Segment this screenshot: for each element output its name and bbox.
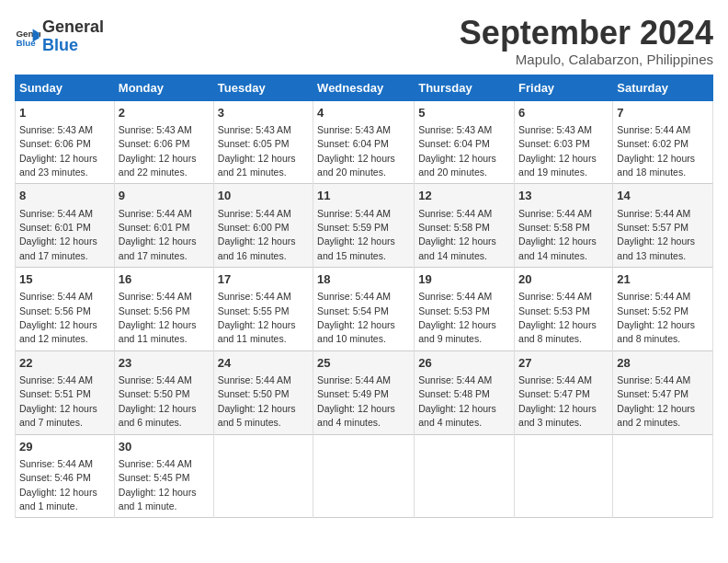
- sunrise-text: Sunrise: 5:44 AM: [418, 374, 492, 385]
- daylight-text: Daylight: 12 hours and 23 minutes.: [19, 153, 97, 178]
- daylight-text: Daylight: 12 hours and 10 minutes.: [317, 319, 395, 344]
- daylight-text: Daylight: 12 hours and 6 minutes.: [119, 403, 197, 428]
- sunrise-text: Sunrise: 5:44 AM: [617, 124, 690, 135]
- sunrise-text: Sunrise: 5:44 AM: [119, 208, 192, 219]
- day-number: 22: [19, 355, 110, 372]
- day-number: 17: [218, 271, 309, 288]
- day-number: 28: [617, 355, 709, 372]
- day-number: 2: [119, 105, 210, 121]
- calendar-table: Sunday Monday Tuesday Wednesday Thursday…: [15, 75, 713, 519]
- calendar-cell: 25 Sunrise: 5:44 AM Sunset: 5:49 PM Dayl…: [313, 350, 415, 434]
- sunrise-text: Sunrise: 5:44 AM: [317, 374, 391, 385]
- sunrise-text: Sunrise: 5:43 AM: [317, 124, 391, 135]
- daylight-text: Daylight: 12 hours and 11 minutes.: [218, 319, 296, 344]
- daylight-text: Daylight: 12 hours and 15 minutes.: [317, 236, 395, 260]
- sunrise-text: Sunrise: 5:44 AM: [518, 291, 592, 302]
- calendar-body: 1 Sunrise: 5:43 AM Sunset: 6:06 PM Dayli…: [16, 100, 713, 518]
- day-number: 30: [119, 439, 210, 455]
- daylight-text: Daylight: 12 hours and 11 minutes.: [119, 319, 197, 344]
- calendar-row: 1 Sunrise: 5:43 AM Sunset: 6:06 PM Dayli…: [16, 100, 713, 184]
- sunset-text: Sunset: 6:02 PM: [617, 138, 688, 149]
- sunrise-text: Sunrise: 5:44 AM: [119, 291, 192, 302]
- daylight-text: Daylight: 12 hours and 8 minutes.: [518, 319, 597, 344]
- calendar-cell: [313, 434, 415, 518]
- day-number: 18: [317, 271, 410, 288]
- sunset-text: Sunset: 6:05 PM: [218, 138, 290, 149]
- header-monday: Monday: [114, 75, 213, 100]
- calendar-cell: 24 Sunrise: 5:44 AM Sunset: 5:50 PM Dayl…: [213, 350, 313, 434]
- daylight-text: Daylight: 12 hours and 14 minutes.: [518, 236, 597, 260]
- sunrise-text: Sunrise: 5:44 AM: [617, 374, 690, 385]
- sunrise-text: Sunrise: 5:44 AM: [418, 291, 492, 302]
- calendar-cell: 28 Sunrise: 5:44 AM Sunset: 5:47 PM Dayl…: [613, 350, 713, 434]
- sunset-text: Sunset: 6:06 PM: [19, 138, 91, 149]
- day-number: 8: [19, 188, 110, 204]
- daylight-text: Daylight: 12 hours and 8 minutes.: [617, 319, 695, 344]
- calendar-cell: [515, 434, 613, 518]
- sunrise-text: Sunrise: 5:44 AM: [617, 291, 690, 302]
- sunrise-text: Sunrise: 5:44 AM: [19, 458, 93, 469]
- calendar-cell: 4 Sunrise: 5:43 AM Sunset: 6:04 PM Dayli…: [313, 100, 415, 184]
- sunset-text: Sunset: 5:46 PM: [19, 472, 91, 483]
- sunset-text: Sunset: 5:47 PM: [518, 388, 590, 399]
- calendar-cell: 19 Sunrise: 5:44 AM Sunset: 5:53 PM Dayl…: [415, 268, 515, 351]
- sunset-text: Sunset: 5:45 PM: [119, 472, 190, 483]
- sunset-text: Sunset: 5:58 PM: [418, 222, 490, 233]
- calendar-row: 22 Sunrise: 5:44 AM Sunset: 5:51 PM Dayl…: [16, 350, 713, 434]
- calendar-cell: 12 Sunrise: 5:44 AM Sunset: 5:58 PM Dayl…: [415, 184, 515, 268]
- calendar-cell: 14 Sunrise: 5:44 AM Sunset: 5:57 PM Dayl…: [613, 184, 713, 268]
- sunset-text: Sunset: 5:48 PM: [418, 388, 490, 399]
- day-number: 24: [218, 355, 309, 372]
- header-friday: Friday: [515, 75, 613, 100]
- daylight-text: Daylight: 12 hours and 7 minutes.: [19, 403, 97, 428]
- daylight-text: Daylight: 12 hours and 17 minutes.: [119, 236, 197, 260]
- calendar-cell: 30 Sunrise: 5:44 AM Sunset: 5:45 PM Dayl…: [114, 434, 213, 518]
- sunrise-text: Sunrise: 5:44 AM: [317, 208, 391, 219]
- day-number: 10: [218, 188, 309, 204]
- sunset-text: Sunset: 6:01 PM: [19, 222, 91, 233]
- logo-text: GeneralBlue: [42, 18, 104, 55]
- day-number: 21: [617, 271, 709, 288]
- day-number: 13: [518, 188, 609, 204]
- daylight-text: Daylight: 12 hours and 3 minutes.: [518, 403, 597, 428]
- sunrise-text: Sunrise: 5:44 AM: [119, 458, 192, 469]
- day-number: 16: [119, 271, 210, 288]
- day-number: 6: [518, 105, 609, 121]
- calendar-cell: 18 Sunrise: 5:44 AM Sunset: 5:54 PM Dayl…: [313, 268, 415, 351]
- sunset-text: Sunset: 5:53 PM: [518, 305, 590, 316]
- daylight-text: Daylight: 12 hours and 22 minutes.: [119, 153, 197, 178]
- header-saturday: Saturday: [613, 75, 713, 100]
- calendar-cell: 13 Sunrise: 5:44 AM Sunset: 5:58 PM Dayl…: [515, 184, 613, 268]
- sunset-text: Sunset: 6:06 PM: [119, 138, 190, 149]
- calendar-cell: 22 Sunrise: 5:44 AM Sunset: 5:51 PM Dayl…: [16, 350, 115, 434]
- sunrise-text: Sunrise: 5:44 AM: [418, 208, 492, 219]
- sunrise-text: Sunrise: 5:44 AM: [218, 374, 291, 385]
- sunrise-text: Sunrise: 5:44 AM: [218, 208, 291, 219]
- calendar-cell: 17 Sunrise: 5:44 AM Sunset: 5:55 PM Dayl…: [213, 268, 313, 351]
- sunrise-text: Sunrise: 5:44 AM: [617, 208, 690, 219]
- calendar-cell: 1 Sunrise: 5:43 AM Sunset: 6:06 PM Dayli…: [16, 100, 115, 184]
- daylight-text: Daylight: 12 hours and 16 minutes.: [218, 236, 296, 260]
- day-number: 3: [218, 105, 309, 121]
- day-number: 15: [19, 271, 110, 288]
- day-number: 12: [418, 188, 510, 204]
- svg-text:Blue: Blue: [16, 38, 36, 48]
- calendar-header: Sunday Monday Tuesday Wednesday Thursday…: [16, 75, 713, 100]
- daylight-text: Daylight: 12 hours and 4 minutes.: [317, 403, 395, 428]
- sunrise-text: Sunrise: 5:43 AM: [518, 124, 592, 135]
- day-number: 1: [19, 105, 110, 121]
- sunrise-text: Sunrise: 5:43 AM: [418, 124, 492, 135]
- header-wednesday: Wednesday: [313, 75, 415, 100]
- sunset-text: Sunset: 5:55 PM: [218, 305, 290, 316]
- sunrise-text: Sunrise: 5:44 AM: [119, 374, 192, 385]
- calendar-cell: 15 Sunrise: 5:44 AM Sunset: 5:56 PM Dayl…: [16, 268, 115, 351]
- daylight-text: Daylight: 12 hours and 17 minutes.: [19, 236, 97, 260]
- sunset-text: Sunset: 5:49 PM: [317, 388, 389, 399]
- sunset-text: Sunset: 6:04 PM: [418, 138, 490, 149]
- day-number: 23: [119, 355, 210, 372]
- calendar-cell: 21 Sunrise: 5:44 AM Sunset: 5:52 PM Dayl…: [613, 268, 713, 351]
- daylight-text: Daylight: 12 hours and 13 minutes.: [617, 236, 695, 260]
- title-block: September 2024 Mapulo, Calabarzon, Phili…: [460, 15, 713, 67]
- day-number: 25: [317, 355, 410, 372]
- sunset-text: Sunset: 5:53 PM: [418, 305, 490, 316]
